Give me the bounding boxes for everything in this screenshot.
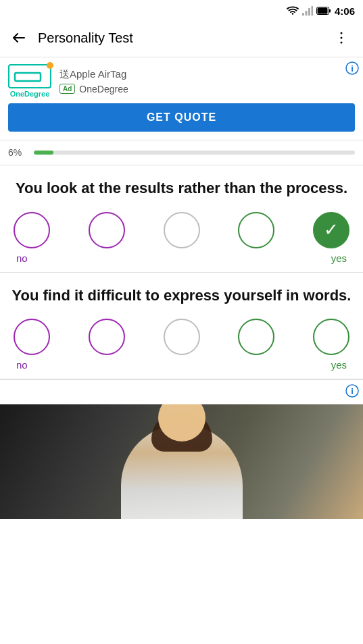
ad-label-row: Ad OneDegree [59, 84, 128, 95]
radio-option-1-1[interactable] [14, 212, 50, 248]
svg-text:i: i [351, 63, 354, 74]
radio-option-1-3[interactable] [164, 212, 200, 248]
radio-option-2-5[interactable] [313, 319, 349, 355]
radio-row-1: ✓ [11, 212, 352, 248]
ad-info-button-2[interactable]: i [345, 384, 359, 400]
label-row-1: no yes [11, 252, 352, 264]
radio-option-2-2[interactable] [89, 319, 125, 355]
ad-content: OneDegree 送Apple AirTag Ad OneDegree [8, 64, 355, 98]
question-text-2: You find it difficult to express yoursel… [11, 286, 352, 306]
status-bar: 4:06 [0, 0, 363, 19]
progress-track [34, 151, 355, 155]
back-button[interactable] [3, 22, 35, 54]
ad-image [0, 404, 363, 519]
svg-point-8 [341, 37, 343, 39]
check-icon-1: ✓ [324, 219, 339, 240]
radio-circle-1-5[interactable]: ✓ [313, 212, 349, 248]
ad-logo-text: OneDegree [10, 90, 50, 98]
ad-banner-2: i [0, 379, 363, 519]
label-yes-2: yes [331, 359, 347, 371]
more-button[interactable] [325, 22, 358, 54]
radio-option-2-1[interactable] [14, 319, 50, 355]
radio-circle-2-3[interactable] [164, 319, 200, 355]
radio-circle-1-2[interactable] [89, 212, 125, 248]
radio-circle-2-1[interactable] [14, 319, 50, 355]
radio-option-1-2[interactable] [89, 212, 125, 248]
radio-circle-2-4[interactable] [238, 319, 274, 355]
radio-row-2 [11, 319, 352, 355]
label-yes-1: yes [331, 252, 347, 264]
question-block-2: You find it difficult to express yoursel… [0, 273, 363, 380]
svg-rect-6 [317, 8, 327, 14]
progress-fill [34, 151, 53, 155]
status-time: 4:06 [335, 5, 355, 17]
svg-rect-3 [311, 6, 313, 16]
radio-circle-2-5[interactable] [313, 319, 349, 355]
progress-section: 6% [0, 140, 363, 165]
svg-point-9 [341, 42, 343, 44]
question-block-1: You look at the results rather than the … [0, 165, 363, 273]
progress-label: 6% [8, 147, 27, 158]
ad-title: 送Apple AirTag [59, 68, 128, 81]
ad-logo-dot [47, 62, 53, 69]
battery-icon [316, 7, 331, 15]
ad-tag: Ad [59, 84, 75, 94]
svg-rect-2 [308, 8, 310, 16]
ad-logo-box [8, 64, 51, 88]
ad-info-button-1[interactable]: i [345, 61, 359, 75]
radio-circle-1-4[interactable] [238, 212, 274, 248]
radio-circle-2-2[interactable] [89, 319, 125, 355]
top-bar: Personality Test [0, 19, 363, 57]
label-row-2: no yes [11, 359, 352, 371]
svg-rect-0 [302, 13, 304, 16]
radio-circle-1-1[interactable] [14, 212, 50, 248]
svg-text:i: i [351, 386, 354, 396]
label-no-2: no [16, 359, 28, 371]
question-text-1: You look at the results rather than the … [11, 179, 352, 198]
page-title: Personality Test [38, 30, 325, 46]
svg-rect-1 [305, 11, 307, 16]
wifi-icon [287, 6, 299, 16]
svg-point-7 [341, 32, 343, 34]
radio-option-1-4[interactable] [238, 212, 274, 248]
label-no-1: no [16, 252, 28, 264]
signal-icon [302, 6, 313, 16]
ad-text-area: 送Apple AirTag Ad OneDegree [59, 68, 128, 95]
radio-circle-1-3[interactable] [164, 212, 200, 248]
ad-company: OneDegree [79, 84, 128, 95]
radio-option-1-5[interactable]: ✓ [313, 212, 349, 248]
radio-option-2-3[interactable] [164, 319, 200, 355]
svg-rect-5 [329, 9, 331, 13]
ad-banner-1: i OneDegree 送Apple AirTag Ad OneDegree G… [0, 57, 363, 140]
svg-rect-12 [15, 73, 41, 81]
ad-logo-area: OneDegree [8, 64, 51, 98]
radio-option-2-4[interactable] [238, 319, 274, 355]
status-icons: 4:06 [287, 5, 355, 17]
get-quote-button[interactable]: GET QUOTE [8, 103, 355, 132]
